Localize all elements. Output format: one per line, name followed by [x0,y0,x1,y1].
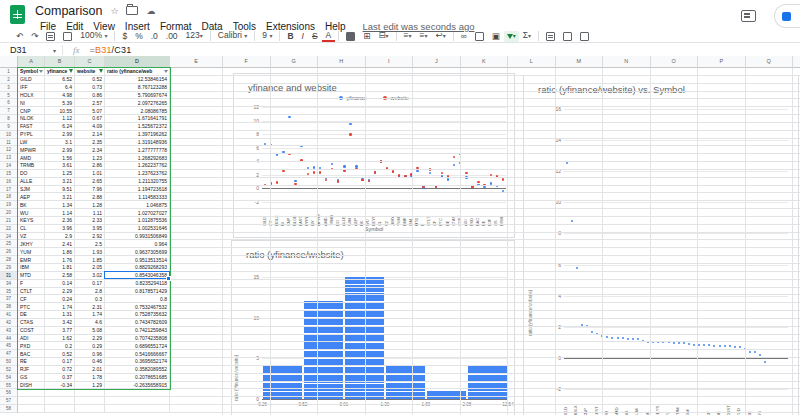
row-header-50[interactable]: 50 [0,358,18,366]
cell-D44[interactable]: 0.7074235808 [105,335,170,343]
column-header-C[interactable]: C [75,56,105,68]
cell-D52[interactable]: 0.3582089552 [105,366,170,374]
row-header-26[interactable]: 26 [0,248,18,256]
cell-B7[interactable]: 10.55 [45,107,75,115]
cell-C18[interactable]: 2.88 [75,193,105,201]
cell-C21[interactable]: 2.33 [75,217,105,225]
cell-D28[interactable]: 0.9513513514 [105,256,170,264]
cell-C20[interactable]: 1.11 [75,209,105,217]
cell-B42[interactable]: 3.42 [45,319,75,327]
cell-D7[interactable]: 2.08086785 [105,107,170,115]
row-header-28[interactable]: 28 [0,256,18,264]
filter-funnel-icon[interactable] [99,69,103,73]
column-header-M[interactable]: M [556,56,604,68]
cell-C54[interactable]: 1.78 [75,374,105,382]
sheet-grid[interactable]: yfinance and website yfinancewebsite Sym… [0,56,800,415]
cell-C6[interactable]: 2.57 [75,99,105,107]
cell-B11[interactable]: 3.1 [45,139,75,147]
row-header-6[interactable]: 6 [0,99,18,107]
cell-D10[interactable]: 1.397196262 [105,131,170,139]
cell-D12[interactable]: 1.277777778 [105,146,170,154]
cell-D2[interactable]: 12.53846154 [105,76,170,84]
cell-E21[interactable] [170,217,223,225]
cell-B34[interactable]: 0.14 [45,280,75,288]
cell-A50[interactable]: RE [18,358,45,366]
cell-C3[interactable]: 0.73 [75,84,105,92]
column-header-O[interactable]: O [651,56,699,68]
cell-A9[interactable]: FAST [18,123,45,131]
cell-E7[interactable] [170,107,223,115]
cell-C15[interactable]: 1.01 [75,170,105,178]
cell-C8[interactable]: 0.67 [75,115,105,123]
cell-A18[interactable]: AEP [18,193,45,201]
cell-B17[interactable]: 9.51 [45,186,75,194]
cell-D25[interactable]: 0.964 [105,240,170,248]
cell-A54[interactable]: GS [18,374,45,382]
cell-E15[interactable] [170,170,223,178]
row-header-5[interactable]: 5 [0,92,18,100]
cell-D58[interactable] [105,405,170,413]
cell-A20[interactable]: WU [18,209,45,217]
row-header-42[interactable]: 42 [0,319,18,327]
cell-D26[interactable]: 0.9637305699 [105,248,170,256]
cell-D31[interactable]: 0.8543046358 [105,272,170,280]
row-header-35[interactable]: 35 [0,288,18,296]
cell-D15[interactable]: 1.237623762 [105,170,170,178]
row-header-21[interactable]: 21 [0,217,18,225]
cell-C58[interactable] [75,405,105,413]
cell-A7[interactable]: CNP [18,107,45,115]
row-header-12[interactable]: 12 [0,146,18,154]
cell-E41[interactable] [170,311,223,319]
cell-E28[interactable] [170,256,223,264]
cell-B52[interactable]: 0.72 [45,366,75,374]
cell-A22[interactable]: CL [18,225,45,233]
row-header-55[interactable]: 55 [0,382,18,390]
cell-E38[interactable] [170,303,223,311]
cell-B29[interactable]: 1.81 [45,264,75,272]
cell-C13[interactable]: 1.23 [75,154,105,162]
cell-D24[interactable]: 0.9931506849 [105,233,170,241]
cell-C1[interactable]: website [75,68,105,76]
functions-button[interactable]: Σ▾ [519,30,535,42]
cell-D34[interactable]: 0.8235294118 [105,280,170,288]
cell-D17[interactable]: 1.194723618 [105,186,170,194]
row-header-17[interactable]: 17 [0,186,18,194]
cell-C19[interactable]: 1.28 [75,201,105,209]
cell-E17[interactable] [170,186,223,194]
row-header-11[interactable]: 11 [0,139,18,147]
row-header-25[interactable]: 25 [0,240,18,248]
cell-E43[interactable] [170,327,223,335]
cell-A2[interactable]: GILD [18,76,45,84]
menu-edit[interactable]: Edit [61,21,88,32]
cell-E11[interactable] [170,139,223,147]
cell-B16[interactable]: 3.21 [45,178,75,186]
row-header-43[interactable]: 43 [0,327,18,335]
cell-D22[interactable]: 1.002531646 [105,225,170,233]
cell-B15[interactable]: 1.25 [45,170,75,178]
create-filter-button[interactable]: ▾ [504,31,519,42]
cell-C11[interactable]: 2.35 [75,139,105,147]
cell-A26[interactable]: YUM [18,248,45,256]
cell-D20[interactable]: 1.027027027 [105,209,170,217]
row-header-19[interactable]: 19 [0,201,18,209]
cell-A47[interactable]: BAC [18,350,45,358]
cell-D6[interactable]: 2.097276265 [105,99,170,107]
cell-E54[interactable] [170,374,223,382]
cell-E12[interactable] [170,146,223,154]
row-header-34[interactable]: 34 [0,280,18,288]
cell-A17[interactable]: SJM [18,186,45,194]
cell-E34[interactable] [170,280,223,288]
row-header-38[interactable]: 38 [0,303,18,311]
cell-D5[interactable]: 5.790697674 [105,92,170,100]
cell-B26[interactable]: 1.86 [45,248,75,256]
dropdown-icon[interactable] [164,70,168,73]
column-header-J[interactable]: J [413,56,461,68]
cell-A25[interactable]: JKHY [18,240,45,248]
last-edit-link[interactable]: Last edit was seconds ago [363,21,475,32]
row-header-45[interactable]: 45 [0,342,18,350]
cell-C22[interactable]: 3.95 [75,225,105,233]
cell-C28[interactable]: 1.85 [75,256,105,264]
cell-E50[interactable] [170,358,223,366]
cell-A35[interactable]: CTLT [18,288,45,296]
cell-E29[interactable] [170,264,223,272]
